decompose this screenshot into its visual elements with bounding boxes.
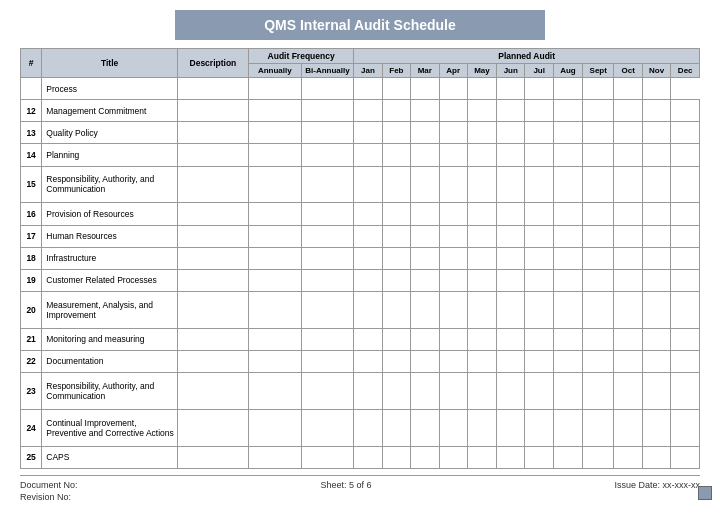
row-month-cell [354,350,382,372]
table-row: 25CAPS [21,446,700,468]
row-month-cell [467,225,496,247]
table-row: 20Measurement, Analysis, and Improvement [21,291,700,328]
row-month-cell [583,409,614,446]
row-number: 13 [21,122,42,144]
col-jan: Jan [354,64,382,78]
row-month-cell [671,122,700,144]
row-month-cell [553,203,582,225]
col-sept: Sept [583,64,614,78]
row-month-cell [614,291,642,328]
row-month-cell [553,373,582,410]
col-mar: Mar [411,64,439,78]
row-month-cell [497,203,525,225]
row-month-cell [525,166,553,203]
row-month-cell [614,269,642,291]
row-cell [439,78,467,100]
row-bi-annually [301,144,354,166]
row-month-cell [497,446,525,468]
row-month-cell [671,166,700,203]
row-month-cell [642,203,671,225]
row-month-cell [354,409,382,446]
row-month-cell [642,122,671,144]
row-month-cell [553,225,582,247]
row-number: 16 [21,203,42,225]
row-month-cell [382,203,410,225]
row-month-cell [411,291,439,328]
row-month-cell [525,269,553,291]
row-annually [248,225,301,247]
row-month-cell [525,225,553,247]
row-month-cell [467,409,496,446]
row-bi-annually [301,350,354,372]
main-header-row: # Title Description Audit Frequency Plan… [21,49,700,64]
row-month-cell [642,100,671,122]
row-month-cell [553,166,582,203]
row-month-cell [614,225,642,247]
row-bi-annually [301,328,354,350]
row-bi-annually [301,122,354,144]
row-cell [553,78,582,100]
row-month-cell [671,291,700,328]
table-row: 13Quality Policy [21,122,700,144]
row-month-cell [439,373,467,410]
row-month-cell [525,328,553,350]
row-month-cell [467,100,496,122]
row-number: 20 [21,291,42,328]
row-month-cell [497,350,525,372]
row-month-cell [583,446,614,468]
footer: Document No: Revision No: Sheet: 5 of 6 … [20,475,700,502]
row-cell [411,78,439,100]
row-month-cell [497,166,525,203]
row-month-cell [525,122,553,144]
col-nov: Nov [642,64,671,78]
col-aug: Aug [553,64,582,78]
col-planned-audit: Planned Audit [354,49,700,64]
row-month-cell [467,328,496,350]
row-month-cell [439,122,467,144]
row-title: Management Commitment [42,100,178,122]
row-month-cell [614,203,642,225]
row-month-cell [467,166,496,203]
col-may: May [467,64,496,78]
row-title: Provision of Resources [42,203,178,225]
row-month-cell [553,100,582,122]
table-row: 15Responsibility, Authority, and Communi… [21,166,700,203]
corner-decoration [698,486,712,500]
row-cell [497,78,525,100]
row-number: 18 [21,247,42,269]
row-month-cell [467,144,496,166]
row-month-cell [583,247,614,269]
row-month-cell [525,291,553,328]
row-month-cell [382,269,410,291]
row-month-cell [439,247,467,269]
row-month-cell [497,225,525,247]
row-month-cell [671,144,700,166]
row-cell [614,78,642,100]
row-month-cell [614,100,642,122]
table-row: 19Customer Related Processes [21,269,700,291]
row-month-cell [439,328,467,350]
row-month-cell [671,247,700,269]
row-number: 24 [21,409,42,446]
row-number: 23 [21,373,42,410]
document-no-label: Document No: [20,480,78,490]
row-annually [248,166,301,203]
row-month-cell [354,166,382,203]
row-bi-annually [301,269,354,291]
row-cell [583,78,614,100]
table-row: 14Planning [21,144,700,166]
row-annually [248,350,301,372]
row-description [177,409,248,446]
row-cell [525,78,553,100]
row-annually [248,446,301,468]
row-month-cell [354,291,382,328]
row-month-cell [411,100,439,122]
row-month-cell [411,446,439,468]
row-month-cell [439,409,467,446]
row-month-cell [583,203,614,225]
row-month-cell [553,122,582,144]
row-month-cell [411,225,439,247]
row-annually [248,328,301,350]
row-number: 17 [21,225,42,247]
row-month-cell [497,409,525,446]
